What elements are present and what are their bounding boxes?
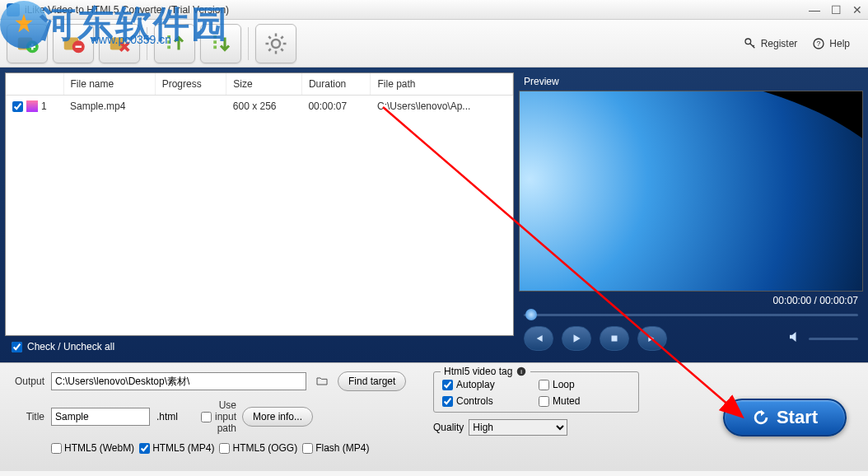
muted-checkbox[interactable]: [539, 396, 549, 407]
col-num[interactable]: [6, 73, 63, 96]
help-icon: ?: [812, 37, 825, 50]
use-input-path-checkbox[interactable]: [201, 412, 212, 422]
check-all-label: Check / Uncheck all: [27, 341, 114, 352]
settings-button[interactable]: [255, 24, 296, 63]
html5-fieldset: Html5 video tagi Autoplay Loop Controls …: [433, 371, 639, 413]
svg-rect-9: [213, 40, 217, 44]
volume-slider[interactable]: [809, 338, 858, 340]
titlebar: iLike Video to HTML5 Converter (Trial Ve…: [0, 0, 868, 20]
time-display: 00:00:00 / 00:00:07: [519, 292, 863, 310]
app-icon: [7, 3, 20, 16]
video-icon: [26, 100, 38, 112]
use-input-path-label: Use input path: [215, 399, 236, 434]
preview-video[interactable]: [519, 91, 863, 292]
muted-label: Muted: [553, 395, 580, 407]
format-ogg-label: HTML5 (OGG): [232, 442, 297, 454]
prev-button[interactable]: [524, 326, 553, 351]
help-link[interactable]: ? Help: [812, 37, 850, 50]
main-area: File name Progress Size Duration File pa…: [0, 68, 868, 362]
svg-rect-15: [612, 336, 618, 342]
more-info-button[interactable]: More info...: [242, 407, 313, 427]
loop-label: Loop: [553, 379, 575, 390]
bottom-panel: Output Find target Title .html Use input…: [0, 362, 868, 471]
controls-checkbox[interactable]: [442, 396, 453, 407]
info-icon[interactable]: i: [516, 366, 527, 377]
loop-checkbox[interactable]: [539, 380, 549, 390]
cell-filename: Sample.mp4: [63, 96, 155, 118]
find-target-button[interactable]: Find target: [338, 371, 406, 391]
svg-point-11: [272, 40, 280, 48]
autoplay-checkbox[interactable]: [442, 380, 453, 390]
row-checkbox[interactable]: [12, 101, 23, 112]
register-link[interactable]: Register: [744, 37, 798, 50]
cell-size: 600 x 256: [226, 96, 302, 118]
preview-label: Preview: [519, 72, 863, 91]
output-input[interactable]: [51, 372, 306, 390]
svg-rect-10: [213, 45, 217, 49]
volume-icon[interactable]: [787, 329, 802, 348]
title-ext: .html: [156, 411, 178, 422]
key-icon: [744, 37, 757, 50]
seekbar[interactable]: [519, 310, 863, 320]
svg-point-12: [745, 39, 751, 44]
toolbar: Register ? Help: [0, 20, 868, 68]
quality-select[interactable]: High: [469, 419, 567, 436]
format-flash-checkbox[interactable]: [302, 443, 313, 454]
cell-filepath: C:\Users\lenovo\Ap...: [371, 96, 513, 118]
svg-rect-6: [167, 40, 170, 44]
title-input[interactable]: [51, 408, 150, 426]
quality-label: Quality: [433, 422, 464, 433]
table-row[interactable]: 1 Sample.mp4 600 x 256 00:00:07 C:\Users…: [6, 96, 513, 118]
svg-rect-5: [167, 35, 170, 39]
stop-button[interactable]: [600, 326, 629, 351]
next-button[interactable]: [637, 326, 667, 351]
format-flash-label: Flash (MP4): [315, 442, 369, 454]
move-up-button[interactable]: [154, 24, 195, 63]
maximize-button[interactable]: ☐: [825, 2, 847, 18]
format-mp4-label: HTML5 (MP4): [152, 442, 214, 454]
svg-text:?: ?: [817, 40, 821, 48]
play-button[interactable]: [562, 326, 591, 351]
clear-button[interactable]: [99, 24, 140, 63]
start-button[interactable]: Start: [723, 399, 847, 436]
check-all-checkbox[interactable]: [12, 342, 22, 352]
browse-output-button[interactable]: [313, 373, 331, 390]
autoplay-label: Autoplay: [456, 379, 495, 390]
format-ogg-checkbox[interactable]: [219, 443, 230, 454]
svg-rect-8: [213, 35, 217, 39]
close-button[interactable]: ✕: [847, 2, 868, 18]
check-all-row: Check / Uncheck all: [5, 336, 514, 357]
col-filename[interactable]: File name: [63, 73, 155, 96]
format-webm-checkbox[interactable]: [51, 443, 62, 454]
col-size[interactable]: Size: [226, 73, 302, 96]
format-webm-label: HTML5 (WebM): [64, 442, 134, 454]
col-progress[interactable]: Progress: [155, 73, 226, 96]
output-label: Output: [10, 376, 44, 387]
col-duration[interactable]: Duration: [301, 73, 371, 96]
row-number: 1: [41, 100, 47, 112]
window-title: iLike Video to HTML5 Converter (Trial Ve…: [25, 4, 229, 16]
cell-progress: [155, 96, 226, 118]
minimize-button[interactable]: —: [804, 2, 825, 18]
title-label: Title: [10, 411, 44, 422]
seek-thumb[interactable]: [525, 309, 537, 320]
html5-legend: Html5 video tag: [444, 366, 512, 377]
file-list[interactable]: File name Progress Size Duration File pa…: [5, 72, 514, 336]
cell-duration: 00:00:07: [301, 96, 371, 118]
col-filepath[interactable]: File path: [371, 73, 513, 96]
add-file-button[interactable]: [7, 24, 48, 63]
controls-label: Controls: [456, 395, 493, 407]
move-down-button[interactable]: [200, 24, 241, 63]
format-mp4-checkbox[interactable]: [139, 443, 150, 454]
preview-pane: Preview 00:00:00 / 00:00:07: [519, 72, 863, 357]
remove-file-button[interactable]: [53, 24, 94, 63]
svg-rect-7: [167, 45, 170, 49]
